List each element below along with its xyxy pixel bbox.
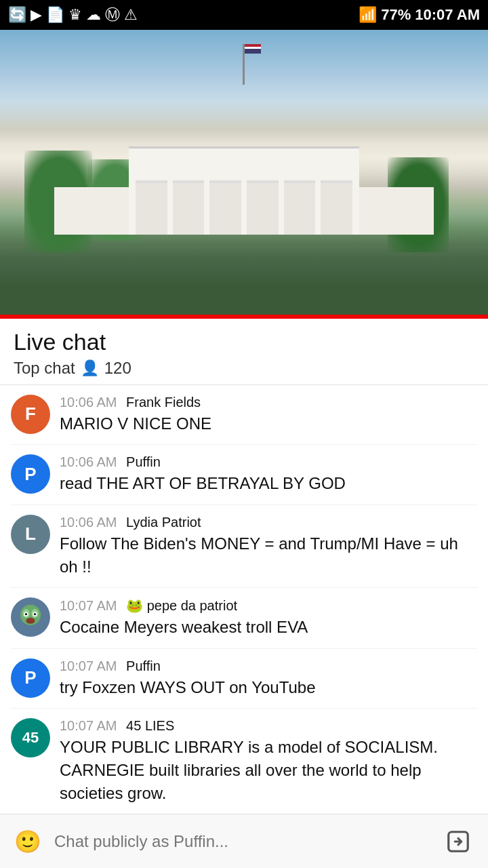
msg-text-5: try Foxzen WAYS OUT on YouTube xyxy=(60,676,477,699)
status-left-icons: 🔄 ▶ 📄 ♛ ☁ Ⓜ ⚠ xyxy=(8,5,138,25)
msg-time-1: 10:06 AM xyxy=(60,395,117,410)
msg-time-6: 10:07 AM xyxy=(60,718,117,733)
cloud-icon: ☁ xyxy=(86,6,101,24)
battery-text: 77% xyxy=(381,6,411,24)
video-player[interactable] xyxy=(0,30,488,315)
chat-message-5: P 10:07 AM Puffin try Foxzen WAYS OUT on… xyxy=(11,649,477,709)
msg-name-1: Frank Fields xyxy=(126,395,201,410)
avatar-puffin-2: P xyxy=(11,658,50,698)
status-right-info: 📶 77% 10:07 AM xyxy=(359,6,480,24)
msg-text-4: Cocaine Meyers weakest troll EVA xyxy=(60,616,477,639)
emoji-button[interactable]: 🙂 xyxy=(11,825,45,859)
msg-text-2: read THE ART OF BETRAYAL BY GOD xyxy=(60,472,477,495)
msg-content-6: 10:07 AM 45 LIES YOUR PUBLIC LIBRARY is … xyxy=(60,718,477,804)
msg-text-3: Follow The Biden's MONEY = and Trump/MI … xyxy=(60,532,477,578)
chat-input-bar: 🙂 xyxy=(0,814,488,868)
msg-meta-5: 10:07 AM Puffin xyxy=(60,658,477,674)
msg-name-5: Puffin xyxy=(126,658,161,673)
status-bar: 🔄 ▶ 📄 ♛ ☁ Ⓜ ⚠ 📶 77% 10:07 AM xyxy=(0,0,488,30)
msg-name-4: 🐸 pepe da patriot xyxy=(126,598,237,613)
flag xyxy=(245,44,261,54)
wifi-icon: 📶 xyxy=(359,6,377,24)
msg-content-5: 10:07 AM Puffin try Foxzen WAYS OUT on Y… xyxy=(60,658,477,699)
chat-section: Live chat Top chat 👤 120 xyxy=(0,319,488,868)
send-icon xyxy=(445,829,471,854)
chat-title-area: Live chat Top chat 👤 120 xyxy=(14,328,131,378)
msg-content-3: 10:06 AM Lydia Patriot Follow The Biden'… xyxy=(60,515,477,578)
msg-meta-6: 10:07 AM 45 LIES xyxy=(60,718,477,734)
svg-point-14 xyxy=(25,613,27,615)
crown-icon: ♛ xyxy=(68,6,82,24)
avatar-lydia-patriot: L xyxy=(11,515,50,554)
file-icon: 📄 xyxy=(46,6,64,24)
people-icon: 👤 xyxy=(81,359,99,377)
msg-content-2: 10:06 AM Puffin read THE ART OF BETRAYAL… xyxy=(60,454,477,495)
time-text: 10:07 AM xyxy=(415,6,480,24)
msg-time-5: 10:07 AM xyxy=(60,658,117,673)
viewer-count: 120 xyxy=(104,359,131,378)
chat-message-6: 45 10:07 AM 45 LIES YOUR PUBLIC LIBRARY … xyxy=(11,709,477,814)
msg-time-2: 10:06 AM xyxy=(60,454,117,469)
chat-message-1: F 10:06 AM Frank Fields MARIO V NICE ONE xyxy=(11,385,477,446)
msg-name-3: Lydia Patriot xyxy=(126,515,201,530)
chat-input-field[interactable] xyxy=(54,832,430,851)
chat-message-3: L 10:06 AM Lydia Patriot Follow The Bide… xyxy=(11,505,477,588)
avatar-pepe xyxy=(11,597,50,637)
msg-meta-1: 10:06 AM Frank Fields xyxy=(60,395,477,410)
msg-text-1: MARIO V NICE ONE xyxy=(60,412,477,435)
msg-text-6: YOUR PUBLIC LIBRARY is a model of SOCIAL… xyxy=(60,736,477,804)
msg-content-1: 10:06 AM Frank Fields MARIO V NICE ONE xyxy=(60,395,477,435)
send-button[interactable] xyxy=(439,823,477,861)
building-columns xyxy=(136,174,352,235)
chat-message-2: P 10:06 AM Puffin read THE ART OF BETRAY… xyxy=(11,445,477,505)
msg-meta-3: 10:06 AM Lydia Patriot xyxy=(60,515,477,530)
sync-icon: 🔄 xyxy=(8,6,26,24)
chat-subtitle: Top chat 👤 120 xyxy=(14,359,131,378)
top-chat-label[interactable]: Top chat xyxy=(14,359,75,378)
pepe-avatar-svg xyxy=(12,597,49,637)
svg-point-15 xyxy=(34,613,36,615)
building-wing-left xyxy=(54,187,129,235)
avatar-45-lies: 45 xyxy=(11,718,50,757)
building-wing-right xyxy=(359,187,434,235)
chat-header: Live chat Top chat 👤 120 xyxy=(0,319,488,378)
avatar-frank-fields: F xyxy=(11,395,50,434)
chat-title: Live chat xyxy=(14,328,131,356)
chat-messages-list: F 10:06 AM Frank Fields MARIO V NICE ONE… xyxy=(0,385,488,868)
warning-icon: ⚠ xyxy=(124,6,138,24)
msg-name-2: Puffin xyxy=(126,454,161,469)
chat-message-4: 10:07 AM 🐸 pepe da patriot Cocaine Meyer… xyxy=(11,588,477,649)
svg-point-16 xyxy=(26,618,35,624)
msg-meta-4: 10:07 AM 🐸 pepe da patriot xyxy=(60,597,477,614)
white-house-building xyxy=(129,146,359,235)
m-icon: Ⓜ xyxy=(105,5,120,25)
avatar-puffin-1: P xyxy=(11,454,50,494)
msg-time-4: 10:07 AM xyxy=(60,598,117,613)
msg-name-6: 45 LIES xyxy=(126,718,174,733)
msg-content-4: 10:07 AM 🐸 pepe da patriot Cocaine Meyer… xyxy=(60,597,477,639)
youtube-icon: ▶ xyxy=(30,6,42,24)
msg-time-3: 10:06 AM xyxy=(60,515,117,530)
msg-meta-2: 10:06 AM Puffin xyxy=(60,454,477,470)
